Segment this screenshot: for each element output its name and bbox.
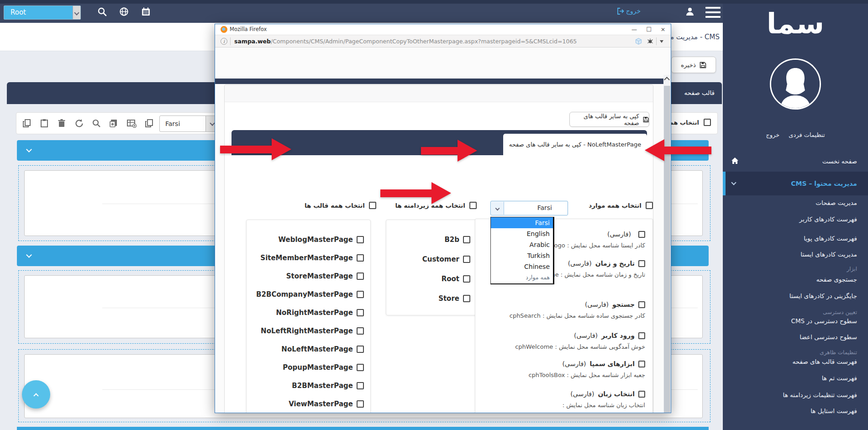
select-all-templates-checkbox[interactable] bbox=[369, 202, 376, 209]
delete-icon[interactable] bbox=[57, 119, 66, 128]
masterpage-row[interactable]: NoRightMasterPage bbox=[276, 307, 364, 319]
sidebar-item[interactable]: سطوح دسترسی اعضا bbox=[723, 331, 868, 342]
sidebar-item[interactable]: فهرست کادرهای پویا bbox=[723, 233, 868, 244]
sidebar-item-cms[interactable]: مدیریت محتوا – CMS bbox=[723, 172, 868, 195]
masterpage-row[interactable]: NoLeftMasterPage bbox=[281, 343, 364, 355]
search-icon[interactable] bbox=[92, 119, 101, 128]
subdomain-row[interactable]: B2b bbox=[444, 234, 470, 246]
select-all-items-checkbox[interactable] bbox=[646, 202, 653, 209]
language-option[interactable]: English bbox=[491, 228, 553, 239]
minimize-button[interactable]: — bbox=[628, 25, 640, 34]
sidebar-item[interactable]: فهرست استایل ها bbox=[723, 405, 868, 416]
checkbox[interactable] bbox=[357, 236, 364, 243]
save-button[interactable]: ذخیره bbox=[671, 57, 716, 73]
tab-copy-to-other-masterpage[interactable]: کپی به سایر قالب های صفحه - NoLeftMaster… bbox=[503, 134, 647, 155]
window-scrollbar[interactable] bbox=[663, 75, 671, 413]
subdomain-row[interactable]: Store bbox=[438, 293, 470, 304]
sidebar-item[interactable]: مدیریت صفحات bbox=[723, 197, 868, 208]
language-option[interactable]: همه موارد bbox=[491, 272, 553, 283]
language-option[interactable]: Chinese bbox=[491, 261, 553, 272]
dropdown-caret-icon[interactable] bbox=[660, 40, 663, 43]
duplicate-icon[interactable] bbox=[145, 119, 154, 128]
toolbar-language-select[interactable]: Farsi bbox=[159, 115, 219, 132]
add-page-icon[interactable] bbox=[109, 119, 118, 128]
checkbox[interactable] bbox=[357, 364, 364, 371]
checkbox[interactable] bbox=[463, 236, 470, 243]
checkbox[interactable] bbox=[638, 391, 645, 398]
close-button[interactable]: ✕ bbox=[657, 25, 669, 34]
extension-icon[interactable] bbox=[647, 38, 653, 44]
sidebar-item[interactable]: فهرست کادرهای کاربر bbox=[723, 214, 868, 225]
select-all-checkbox[interactable] bbox=[704, 119, 711, 126]
subdomain-row[interactable]: Root bbox=[442, 273, 470, 285]
checkbox[interactable] bbox=[357, 327, 364, 335]
sidebar-item[interactable]: فهرست تنظیمات زیردامنه ها bbox=[723, 389, 868, 400]
checkbox[interactable] bbox=[357, 346, 364, 353]
checkbox[interactable] bbox=[463, 295, 470, 302]
url-bar[interactable]: i sampa.web/Components/CMS/Admin/PageCom… bbox=[215, 35, 671, 47]
sidebar-item[interactable]: فهرست تم ها bbox=[723, 372, 868, 383]
component-item: ورود کاربر(فارسی)خوش آمدگویی شناسه محل ن… bbox=[481, 330, 645, 352]
masterpage-row[interactable]: ViewMasterPage bbox=[289, 398, 364, 410]
checkbox[interactable] bbox=[357, 291, 364, 298]
scroll-up-icon[interactable] bbox=[664, 77, 670, 83]
sidebar-item[interactable]: سطوح دسترسی در CMS bbox=[723, 315, 868, 326]
maximize-button[interactable]: ☐ bbox=[643, 25, 655, 34]
checkbox[interactable] bbox=[357, 400, 364, 408]
checkbox[interactable] bbox=[638, 231, 645, 238]
search-icon[interactable] bbox=[97, 7, 107, 16]
copy-to-templates-button[interactable]: کپی به سایر قالب های صفحه bbox=[569, 112, 649, 127]
container-icon[interactable] bbox=[635, 38, 642, 45]
checkbox[interactable] bbox=[638, 361, 645, 367]
paste-icon[interactable] bbox=[40, 119, 49, 128]
masterpage-row[interactable]: PopupMasterPage bbox=[283, 362, 364, 373]
sidebar-item[interactable]: مدیریت کادرهای ایستا bbox=[723, 249, 868, 260]
checkbox[interactable] bbox=[357, 309, 364, 316]
checkbox[interactable] bbox=[463, 275, 470, 283]
masterpage-row[interactable]: B2BMasterPage bbox=[292, 380, 364, 392]
calendar-icon[interactable] bbox=[141, 7, 151, 16]
sidebar-item[interactable]: فهرست قالب های صفحه bbox=[723, 356, 868, 367]
checkbox[interactable] bbox=[357, 382, 364, 389]
checkbox[interactable] bbox=[638, 332, 645, 339]
masterpage-row[interactable]: SiteMemberMasterPage bbox=[260, 252, 364, 264]
refresh-icon[interactable] bbox=[74, 119, 84, 128]
subdomain-row[interactable]: Customer bbox=[422, 253, 470, 265]
sidebar-item[interactable]: جایگزینی در کادرهای ایستا bbox=[723, 290, 868, 301]
globe-icon[interactable] bbox=[119, 7, 129, 16]
select-all-subdomains-checkbox[interactable] bbox=[469, 202, 477, 209]
masterpage-row[interactable]: WeblogMasterPage bbox=[279, 234, 364, 246]
language-option[interactable]: Turkish bbox=[491, 250, 553, 261]
language-option[interactable]: Farsi bbox=[491, 217, 553, 228]
scroll-top-button[interactable] bbox=[22, 380, 50, 409]
language-option[interactable]: Arabic bbox=[491, 239, 553, 250]
avatar[interactable] bbox=[770, 58, 821, 110]
scrollbar-thumb[interactable] bbox=[664, 86, 670, 413]
person-icon[interactable] bbox=[685, 6, 695, 16]
checkbox[interactable] bbox=[463, 256, 470, 263]
root-site-select[interactable]: Root bbox=[4, 5, 81, 20]
hamburger-icon[interactable] bbox=[705, 7, 721, 21]
language-select[interactable]: Farsi bbox=[490, 201, 568, 215]
select-all-items[interactable]: انتخاب همه موارد bbox=[562, 202, 653, 209]
window-titlebar[interactable]: Mozilla Firefox — ☐ ✕ bbox=[215, 24, 671, 35]
masterpage-row[interactable]: StoreMasterPage bbox=[286, 270, 364, 282]
checkbox[interactable] bbox=[638, 260, 645, 267]
sidebar-logout-link[interactable]: خروج bbox=[766, 131, 779, 138]
topbar-logout-link[interactable]: خروج bbox=[617, 7, 641, 15]
sidebar-item-home[interactable]: صفحه نخست bbox=[723, 152, 868, 170]
site-info-icon[interactable]: i bbox=[221, 38, 227, 45]
add-table-icon[interactable] bbox=[126, 119, 137, 128]
language-dropdown-list[interactable]: FarsiEnglishArabicTurkishChineseهمه موار… bbox=[490, 217, 554, 284]
personal-settings-link[interactable]: تنظیمات فردی bbox=[789, 131, 825, 138]
checkbox[interactable] bbox=[357, 254, 364, 262]
copy-icon[interactable] bbox=[22, 119, 32, 128]
topbar-dark-strip bbox=[0, 0, 868, 4]
masterpage-row[interactable]: B2BCompanyMasterPage bbox=[256, 288, 364, 300]
select-all-templates[interactable]: انتخاب همه قالب ها bbox=[284, 202, 376, 209]
sidebar-item[interactable]: جستجوی صفحه bbox=[723, 274, 868, 285]
masterpage-row[interactable]: NoLeftRightMasterPage bbox=[261, 325, 364, 337]
checkbox[interactable] bbox=[638, 301, 645, 308]
component-item: ابزارهای سمپا(فارسی)جعبه ابزار شناسه محل… bbox=[481, 358, 645, 380]
checkbox[interactable] bbox=[357, 273, 364, 280]
